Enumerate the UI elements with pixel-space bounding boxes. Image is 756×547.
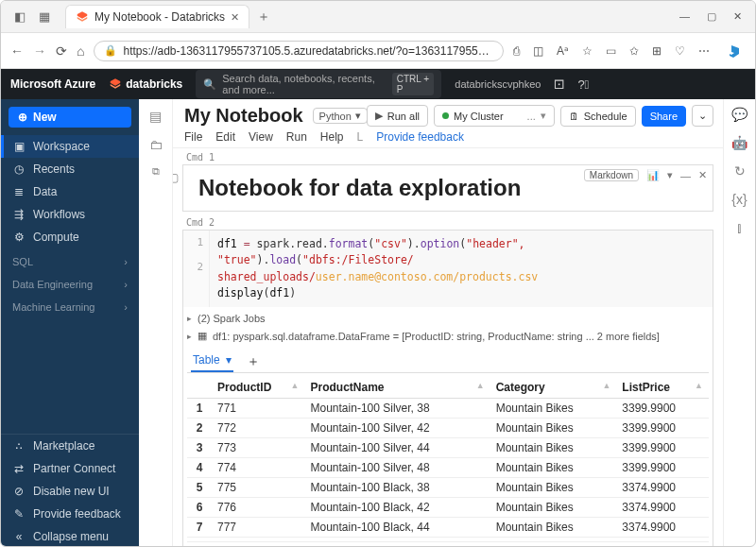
table-row[interactable]: 1771Mountain-100 Silver, 38Mountain Bike… — [187, 399, 709, 419]
shortcuts-icon[interactable]: ⫿ — [736, 220, 743, 235]
new-button[interactable]: ⊕ New — [9, 107, 131, 128]
add-viz-button[interactable]: ＋ — [247, 353, 260, 370]
store-icon: ⛬ — [12, 439, 26, 453]
table-row[interactable]: 3773Mountain-100 Silver, 44Mountain Bike… — [187, 438, 709, 458]
code-editor[interactable]: df1 = spark.read.format("csv").option("h… — [210, 231, 713, 307]
app-topbar: Microsoft Azure databricks 🔍 Search data… — [1, 69, 755, 99]
menu-file[interactable]: File — [184, 130, 202, 144]
new-tab-button[interactable]: ＋ — [257, 9, 270, 26]
dataframe-schema-row[interactable]: ▸▦df1: pyspark.sql.dataframe.DataFrame =… — [187, 330, 709, 342]
schema-icon[interactable]: ⧉ — [152, 165, 160, 178]
notebook-title[interactable]: My Notebook — [184, 105, 303, 127]
col-idx[interactable] — [187, 377, 212, 399]
global-search[interactable]: 🔍 Search data, notebooks, recents, and m… — [196, 70, 441, 98]
language-selector[interactable]: Python▾ — [313, 108, 368, 124]
col-productname[interactable]: ProductName▲ — [305, 377, 490, 399]
browser-tab[interactable]: My Notebook - Databricks ✕ — [65, 5, 249, 28]
more-icon[interactable]: ⋯ — [698, 44, 710, 58]
window-maximize-icon[interactable]: ▢ — [707, 10, 716, 23]
history-icon[interactable]: ↻ — [734, 163, 746, 179]
comments-icon[interactable]: 💬 — [731, 107, 747, 122]
sidebar-item-workspace[interactable]: ▣Workspace — [1, 135, 139, 158]
window-close-icon[interactable]: ✕ — [733, 10, 742, 23]
sidebar-collapse[interactable]: «Collapse menu — [1, 525, 139, 547]
folder-icon[interactable]: 🗀 — [149, 137, 163, 152]
variables-icon[interactable]: {x} — [731, 192, 747, 207]
home-icon[interactable]: ⌂ — [77, 43, 84, 59]
sidebar-item-recents[interactable]: ◷Recents — [1, 158, 139, 180]
clock-icon: ◷ — [12, 162, 26, 176]
sidebar-item-partner[interactable]: ⇄Partner Connect — [1, 457, 139, 480]
sidebar-disable-new-ui[interactable]: ⊘Disable new UI — [1, 480, 139, 503]
app-guard-icon[interactable]: ♡ — [675, 44, 685, 58]
share-button[interactable]: Share — [642, 106, 686, 127]
address-bar[interactable]: 🔒 https://adb-1363117955737105.5.azureda… — [94, 41, 504, 61]
sidebar-item-compute[interactable]: ⚙Compute — [1, 226, 139, 248]
chart-icon[interactable]: 📊 — [646, 169, 660, 181]
spark-jobs-row[interactable]: ▸(2) Spark Jobs — [187, 313, 709, 324]
menu-view[interactable]: View — [249, 130, 273, 144]
text-size-icon[interactable]: Aᵃ — [557, 44, 569, 58]
more-actions-button[interactable]: ⌄ — [692, 105, 713, 127]
menu-run[interactable]: Run — [286, 130, 307, 144]
table-row[interactable]: 2772Mountain-100 Silver, 42Mountain Bike… — [187, 419, 709, 438]
sidebar-item-workflows[interactable]: ⇶Workflows — [1, 203, 139, 226]
cell-type-chip[interactable]: Markdown — [584, 169, 639, 181]
favorite-icon[interactable]: ☆ — [582, 44, 593, 58]
database-icon: ≣ — [12, 185, 26, 198]
sidebar-item-marketplace[interactable]: ⛬Marketplace — [1, 435, 139, 457]
sidebar-item-data[interactable]: ≣Data — [1, 180, 139, 203]
menu-edit[interactable]: Edit — [215, 130, 235, 144]
enter-immersive-icon[interactable]: ◫ — [533, 44, 543, 58]
minimize-cell-icon[interactable]: — — [680, 170, 691, 181]
col-category[interactable]: Category▲ — [490, 377, 617, 399]
bot-icon[interactable]: 🤖 — [731, 135, 747, 150]
run-all-button[interactable]: ▶Run all — [367, 105, 428, 127]
table-of-contents-icon[interactable]: ▤ — [149, 109, 162, 124]
col-listprice[interactable]: ListPrice▲ — [616, 377, 709, 399]
refresh-icon[interactable]: ⟳ — [56, 43, 67, 59]
sort-icon[interactable]: ▲ — [695, 381, 703, 390]
favorites-bar-icon[interactable]: ✩ — [629, 44, 639, 58]
brand-logo[interactable]: databricks — [109, 77, 182, 91]
left-sidebar: ⊕ New ▣Workspace ◷Recents ≣Data ⇶Workflo… — [1, 99, 139, 547]
help-icon[interactable]: ?⃝ — [577, 77, 589, 92]
code-cell[interactable]: 12 df1 = spark.read.format("csv").option… — [182, 230, 713, 547]
extensions-icon[interactable]: ⊞ — [652, 44, 662, 58]
workspace-name[interactable]: databrickscvphkeo — [455, 78, 541, 90]
close-cell-icon[interactable]: ✕ — [698, 169, 707, 181]
tab-table[interactable]: Table▾ — [191, 351, 233, 372]
sidebar-feedback[interactable]: ✎Provide feedback — [1, 503, 139, 525]
cell-run-indicator-icon[interactable]: ▢ — [173, 171, 179, 184]
sidebar-section-sql[interactable]: SQL› — [1, 248, 139, 271]
provide-feedback-link[interactable]: Provide feedback — [376, 130, 464, 144]
bing-icon[interactable] — [723, 40, 746, 62]
sidebar-section-ml[interactable]: Machine Learning› — [1, 294, 139, 316]
table-row[interactable]: 7777Mountain-100 Black, 44Mountain Bikes… — [187, 518, 709, 538]
table-row[interactable]: 6776Mountain-100 Black, 42Mountain Bikes… — [187, 498, 709, 518]
sidebar-section-de[interactable]: Data Engineering› — [1, 271, 139, 294]
back-icon[interactable]: ← — [10, 43, 24, 59]
sidebar-toggle-icon[interactable]: ◧ — [14, 9, 26, 24]
table-row[interactable]: 4774Mountain-100 Silver, 48Mountain Bike… — [187, 458, 709, 478]
cluster-selector[interactable]: My Cluster...▾ — [434, 105, 555, 127]
sort-icon[interactable]: ▲ — [476, 381, 485, 390]
table-row[interactable]: 5775Mountain-100 Black, 38Mountain Bikes… — [187, 478, 709, 498]
close-tab-icon[interactable]: ✕ — [231, 11, 239, 24]
forward-icon: → — [33, 43, 46, 59]
chevron-right-icon: › — [124, 256, 128, 267]
sort-icon[interactable]: ▲ — [602, 381, 610, 390]
gift-icon[interactable]: ⚀ — [554, 77, 564, 92]
menu-help[interactable]: Help — [320, 130, 344, 144]
markdown-cell[interactable]: ▢ Markdown 📊 ▾ — ✕ Notebook for data exp… — [182, 164, 713, 212]
workspaces-icon[interactable]: ▦ — [39, 9, 50, 24]
sort-icon[interactable]: ▲ — [291, 381, 300, 390]
read-aloud-icon[interactable]: ⎙ — [513, 44, 520, 58]
plus-icon: ⊕ — [18, 111, 27, 124]
collections-icon[interactable]: ▭ — [606, 44, 616, 58]
chevron-down-icon[interactable]: ▾ — [667, 169, 673, 181]
caret-right-icon: ▸ — [187, 332, 192, 341]
schedule-button[interactable]: 🗓Schedule — [560, 106, 636, 127]
col-productid[interactable]: ProductID▲ — [212, 377, 305, 399]
window-minimize-icon[interactable]: — — [679, 10, 690, 23]
